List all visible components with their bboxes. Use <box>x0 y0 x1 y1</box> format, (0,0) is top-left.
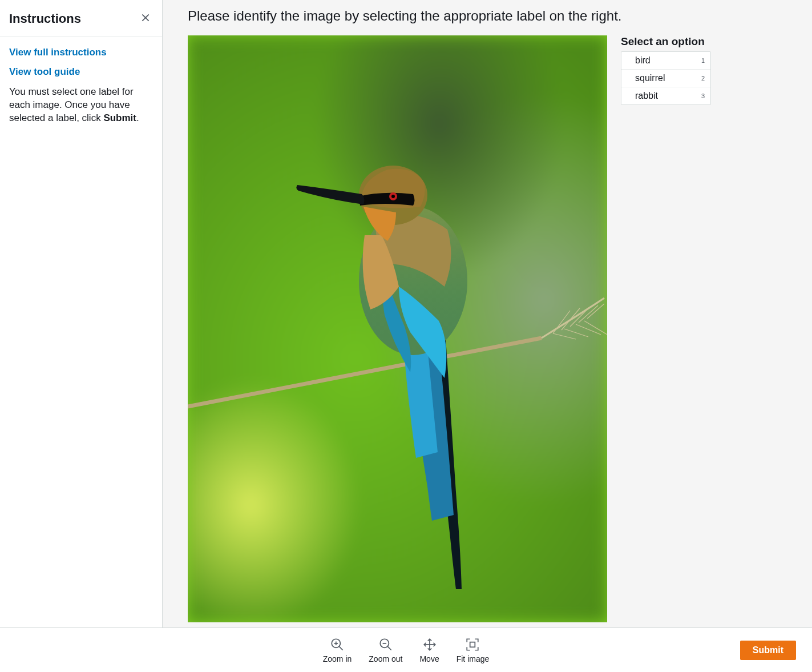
close-sidebar-button[interactable] <box>138 10 153 27</box>
view-tool-guide-link[interactable]: View tool guide <box>9 66 153 78</box>
instruction-text: You must select one label for each image… <box>9 86 153 125</box>
options-title: Select an option <box>621 35 711 48</box>
instructions-sidebar: Instructions View full instructions View… <box>0 0 163 627</box>
option-list: bird 1 squirrel 2 rabbit 3 <box>621 51 711 105</box>
footer-toolbar: Zoom in Zoom out Move <box>0 627 812 672</box>
option-label: rabbit <box>635 91 658 101</box>
zoom-out-button[interactable]: Zoom out <box>369 637 402 663</box>
move-icon <box>422 637 437 652</box>
main-content: Please identify the image by selecting t… <box>163 0 812 627</box>
fit-image-button[interactable]: Fit image <box>457 637 490 663</box>
option-label: bird <box>635 55 651 66</box>
svg-point-7 <box>391 195 395 198</box>
bird-illustration <box>188 35 607 622</box>
submit-button[interactable]: Submit <box>740 641 796 660</box>
sidebar-title: Instructions <box>9 11 81 26</box>
zoom-in-icon <box>330 637 345 652</box>
svg-line-2 <box>188 338 542 407</box>
option-shortcut: 1 <box>701 57 705 64</box>
option-rabbit[interactable]: rabbit 3 <box>621 87 710 104</box>
fit-image-icon <box>465 637 480 652</box>
option-shortcut: 2 <box>701 75 705 82</box>
option-shortcut: 3 <box>701 92 705 99</box>
option-label: squirrel <box>635 73 665 83</box>
task-prompt: Please identify the image by selecting t… <box>188 8 787 24</box>
zoom-out-icon <box>378 637 393 652</box>
close-icon <box>140 13 151 23</box>
svg-line-13 <box>387 646 391 650</box>
option-bird[interactable]: bird 1 <box>621 52 710 70</box>
move-button[interactable]: Move <box>419 637 439 663</box>
task-image[interactable] <box>188 35 607 622</box>
options-panel: Select an option bird 1 squirrel 2 rabbi… <box>621 35 711 105</box>
svg-rect-17 <box>470 642 475 647</box>
svg-line-9 <box>339 646 342 650</box>
zoom-in-button[interactable]: Zoom in <box>323 637 352 663</box>
view-full-instructions-link[interactable]: View full instructions <box>9 47 153 58</box>
option-squirrel[interactable]: squirrel 2 <box>621 70 710 87</box>
